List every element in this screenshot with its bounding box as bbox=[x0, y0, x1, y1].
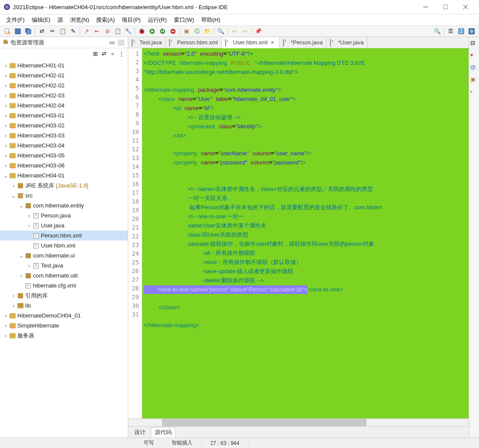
expand-icon[interactable]: › bbox=[3, 63, 9, 69]
expand-icon[interactable]: › bbox=[26, 213, 32, 219]
nav-fwd-icon[interactable]: ⇨ bbox=[240, 27, 249, 36]
pencil-icon[interactable]: ✎ bbox=[68, 27, 78, 36]
expand-icon[interactable]: › bbox=[3, 143, 9, 149]
search-toolbar-icon[interactable]: ✂ bbox=[47, 27, 57, 36]
help-icon[interactable]: @ bbox=[470, 64, 478, 72]
tree-node[interactable]: ›HibernateDemoCH04_01 bbox=[0, 311, 128, 321]
viewmenu-icon[interactable]: ⋮ bbox=[117, 50, 125, 57]
outline-icon[interactable]: ⊟ bbox=[470, 40, 478, 47]
menu-运行(R)[interactable]: 运行(R) bbox=[144, 15, 170, 25]
tree-node[interactable]: hibernate.cfg.xml bbox=[0, 281, 128, 291]
tree-node[interactable]: ›com.hibernate.util bbox=[0, 271, 128, 281]
tree-node[interactable]: ›HibernateCH02-03 bbox=[0, 90, 128, 100]
expand-icon[interactable]: › bbox=[3, 73, 9, 79]
tree-node[interactable]: ›引用的库 bbox=[0, 291, 128, 301]
menu-项目(P)[interactable]: 项目(P) bbox=[118, 15, 144, 25]
menu-编辑(E)[interactable]: 编辑(E) bbox=[28, 15, 54, 25]
tree-node[interactable]: ›Test.java bbox=[0, 261, 128, 271]
expand-icon[interactable]: › bbox=[26, 223, 32, 229]
save-icon[interactable] bbox=[13, 27, 23, 36]
tree-node[interactable]: ›HibernateCH03-01 bbox=[0, 110, 128, 120]
tree-node[interactable]: ›lib bbox=[0, 301, 128, 311]
new-icon[interactable] bbox=[3, 27, 12, 36]
tasklist-icon[interactable]: ▾ bbox=[470, 52, 478, 60]
menu-源[interactable]: 源 bbox=[54, 15, 67, 25]
back-icon[interactable]: ⇤ bbox=[92, 27, 102, 36]
tree-node[interactable]: ›HibernateCH03-05 bbox=[0, 150, 128, 160]
tree-node[interactable]: Person.hbm.xml bbox=[0, 231, 128, 241]
java-perspective-icon[interactable]: J bbox=[456, 27, 466, 36]
tree-node[interactable]: ›HibernateCH02-02 bbox=[0, 80, 128, 90]
new-package-icon[interactable]: ▣ bbox=[182, 27, 191, 36]
pin-icon[interactable]: 📌 bbox=[253, 27, 263, 36]
code-editor[interactable]: <?xml version="1.0" encoding="UTF-8"?> <… bbox=[142, 48, 469, 418]
new-folder-icon[interactable]: 📁 bbox=[203, 27, 212, 36]
expand-icon[interactable] bbox=[26, 233, 32, 239]
quick-access-icon[interactable]: 🔍 bbox=[432, 27, 442, 36]
tree-node[interactable]: ›User.java bbox=[0, 221, 128, 231]
expand-icon[interactable] bbox=[26, 243, 32, 249]
nav-back-icon[interactable]: ⇦ bbox=[230, 27, 239, 36]
forward-icon[interactable]: ↗ bbox=[82, 27, 91, 36]
expand-icon[interactable]: › bbox=[3, 323, 9, 329]
more-icon[interactable]: ▫ bbox=[470, 88, 478, 96]
menu-浏览(N)[interactable]: 浏览(N) bbox=[67, 15, 93, 25]
project-tree[interactable]: ›HibernateCH01-01›HibernateCH02-01›Hiber… bbox=[0, 59, 128, 438]
maximize-panel-icon[interactable]: ⬜ bbox=[116, 38, 125, 47]
tree-node[interactable]: ›JRE 系统库 [JavaSE-1.8] bbox=[0, 181, 128, 191]
tree-node[interactable]: ⌄src bbox=[0, 191, 128, 201]
expand-icon[interactable]: ⌄ bbox=[18, 253, 24, 259]
menu-窗口(W)[interactable]: 窗口(W) bbox=[170, 15, 198, 25]
copy-icon[interactable]: 📋 bbox=[58, 27, 67, 36]
editor-tab[interactable]: *User.java bbox=[326, 37, 367, 48]
expand-icon[interactable]: › bbox=[3, 313, 9, 319]
run-icon[interactable] bbox=[147, 27, 157, 36]
minimize-panel-icon[interactable]: ▭ bbox=[108, 38, 116, 47]
menu-搜索(A)[interactable]: 搜索(A) bbox=[93, 15, 118, 25]
tool6-icon[interactable]: 🔧 bbox=[123, 27, 133, 36]
tree-node[interactable]: ›HibernateCH03-04 bbox=[0, 140, 128, 150]
javaee-perspective-icon[interactable] bbox=[467, 27, 476, 36]
expand-icon[interactable]: ⌄ bbox=[3, 173, 9, 179]
expand-icon[interactable]: › bbox=[18, 273, 24, 279]
expand-icon[interactable] bbox=[18, 283, 24, 289]
cancel-icon[interactable]: ⊘ bbox=[103, 27, 112, 36]
linkeditors-icon[interactable]: ⇄ bbox=[100, 50, 108, 57]
focus-icon[interactable]: ● bbox=[109, 50, 116, 57]
expand-icon[interactable]: › bbox=[3, 123, 9, 129]
new-class-icon[interactable]: Ⓒ bbox=[192, 27, 202, 36]
tree-node[interactable]: ›服务器 bbox=[0, 331, 128, 341]
layout-icon[interactable]: ⊞ bbox=[91, 50, 99, 57]
expand-icon[interactable]: › bbox=[3, 103, 9, 109]
menu-文件(F)[interactable]: 文件(F) bbox=[3, 15, 28, 25]
tree-node[interactable]: ›HibernateCH02-04 bbox=[0, 100, 128, 110]
perspective-icon[interactable]: ☰ bbox=[446, 27, 456, 36]
tree-node[interactable]: ⌄com.hibernate.ui bbox=[0, 251, 128, 261]
tree-node[interactable]: ⌄HibernateCH04-01 bbox=[0, 171, 128, 181]
tree-node[interactable]: ›HibernateCH01-01 bbox=[0, 60, 128, 70]
expand-icon[interactable]: › bbox=[3, 153, 9, 159]
minimize-button[interactable] bbox=[416, 0, 436, 14]
expand-icon[interactable]: › bbox=[10, 303, 17, 309]
editor-tab[interactable]: User.hbm.xml× bbox=[222, 37, 279, 48]
maximize-button[interactable] bbox=[436, 0, 456, 14]
snippet-icon[interactable]: ▣ bbox=[470, 76, 478, 84]
debug-icon[interactable]: 🐞 bbox=[137, 27, 146, 36]
tree-node[interactable]: ›HibernateCH03-03 bbox=[0, 130, 128, 140]
expand-icon[interactable]: ⌄ bbox=[10, 193, 17, 199]
save-all-icon[interactable] bbox=[23, 27, 33, 36]
marker-icon[interactable]: 📋 bbox=[113, 27, 123, 36]
expand-icon[interactable]: › bbox=[3, 83, 9, 89]
tree-node[interactable]: ›Person.java bbox=[0, 211, 128, 221]
expand-icon[interactable]: ⌄ bbox=[18, 203, 24, 209]
editor-tab[interactable]: Person.hbm.xml bbox=[166, 37, 222, 48]
editor-tab[interactable]: Test.java bbox=[128, 37, 166, 48]
expand-icon[interactable]: › bbox=[10, 293, 17, 299]
expand-icon[interactable]: › bbox=[3, 133, 9, 139]
coverage-icon[interactable] bbox=[158, 27, 167, 36]
tree-node[interactable]: ›HibernateCH03-06 bbox=[0, 160, 128, 171]
editor-tab[interactable]: *Person.java bbox=[279, 37, 327, 48]
expand-icon[interactable]: › bbox=[3, 333, 9, 339]
ext-tools-icon[interactable] bbox=[168, 27, 178, 36]
menu-帮助(H)[interactable]: 帮助(H) bbox=[198, 15, 224, 25]
